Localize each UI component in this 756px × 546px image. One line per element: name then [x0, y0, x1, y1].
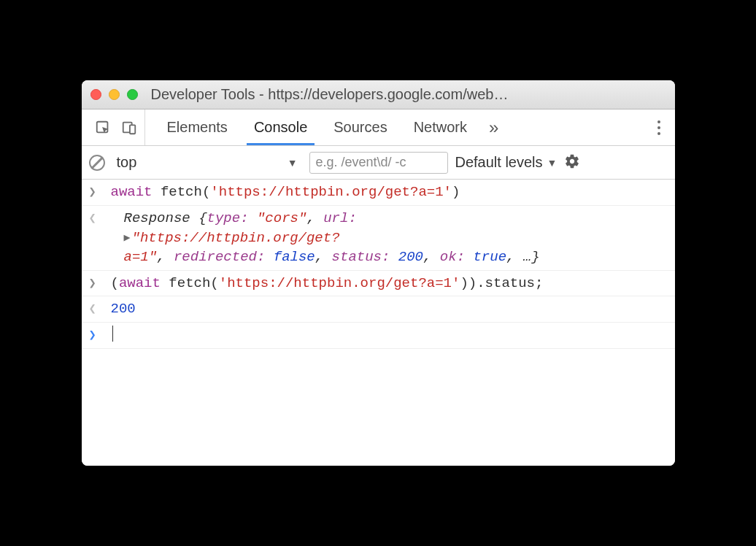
tab-console[interactable]: Console [241, 109, 320, 145]
minimize-button[interactable] [109, 89, 120, 100]
clear-console-icon[interactable] [89, 155, 105, 171]
input-chevron-icon: ❯ [89, 182, 111, 202]
filter-input[interactable] [309, 152, 448, 174]
devtools-window: Developer Tools - https://developers.goo… [82, 80, 675, 465]
console-input-row[interactable]: ❯ await fetch('https://httpbin.org/get?a… [82, 180, 675, 206]
tabbar: Elements Console Sources Network » [82, 109, 675, 146]
output-chevron-icon: ❮ [89, 299, 111, 319]
log-levels-select[interactable]: Default levels ▼ [455, 154, 558, 171]
execution-context-select[interactable]: top ▼ [112, 154, 302, 171]
expand-triangle-icon[interactable]: ▶ [124, 231, 131, 246]
tab-network[interactable]: Network [401, 109, 480, 145]
dropdown-icon: ▼ [288, 157, 298, 169]
console-result: 200 [111, 299, 668, 319]
titlebar[interactable]: Developer Tools - https://developers.goo… [82, 80, 675, 109]
console-filterbar: top ▼ Default levels ▼ [82, 146, 675, 180]
window-title: Developer Tools - https://developers.goo… [151, 86, 509, 103]
console-whitespace[interactable] [82, 349, 675, 466]
console-code: (await fetch('https://httpbin.org/get?a=… [111, 274, 668, 293]
console-output-row[interactable]: ❮ 200 [82, 296, 675, 323]
console-prompt-row[interactable]: ❯ [82, 323, 675, 349]
maximize-button[interactable] [127, 89, 138, 100]
tab-more[interactable]: » [480, 118, 507, 138]
tabbar-icon-group [88, 109, 145, 145]
console-result: Response {type: "cors", url: ▶"https://h… [111, 209, 668, 267]
close-button[interactable] [90, 89, 101, 100]
gear-icon[interactable] [564, 153, 580, 172]
svg-rect-2 [129, 125, 134, 134]
text-cursor [112, 326, 113, 342]
input-chevron-icon: ❯ [89, 274, 111, 293]
dropdown-icon: ▼ [547, 157, 558, 169]
panel-tabs: Elements Console Sources Network » [145, 109, 508, 145]
traffic-lights [90, 89, 138, 100]
output-chevron-icon: ❮ [89, 209, 111, 267]
inspect-element-icon[interactable] [95, 120, 111, 136]
active-prompt-chevron-icon: ❯ [89, 326, 111, 345]
tab-sources[interactable]: Sources [320, 109, 400, 145]
kebab-menu-icon[interactable] [649, 120, 669, 135]
console-code: await fetch('https://httpbin.org/get?a=1… [111, 182, 668, 202]
console-output: ❯ await fetch('https://httpbin.org/get?a… [82, 180, 675, 465]
tab-elements[interactable]: Elements [154, 109, 241, 145]
console-output-row[interactable]: ❮ Response {type: "cors", url: ▶"https:/… [82, 206, 675, 271]
levels-label: Default levels [455, 154, 543, 171]
console-input-active[interactable] [111, 326, 668, 345]
console-input-row[interactable]: ❯ (await fetch('https://httpbin.org/get?… [82, 271, 675, 297]
context-label: top [117, 154, 137, 171]
toggle-device-icon[interactable] [121, 120, 137, 136]
